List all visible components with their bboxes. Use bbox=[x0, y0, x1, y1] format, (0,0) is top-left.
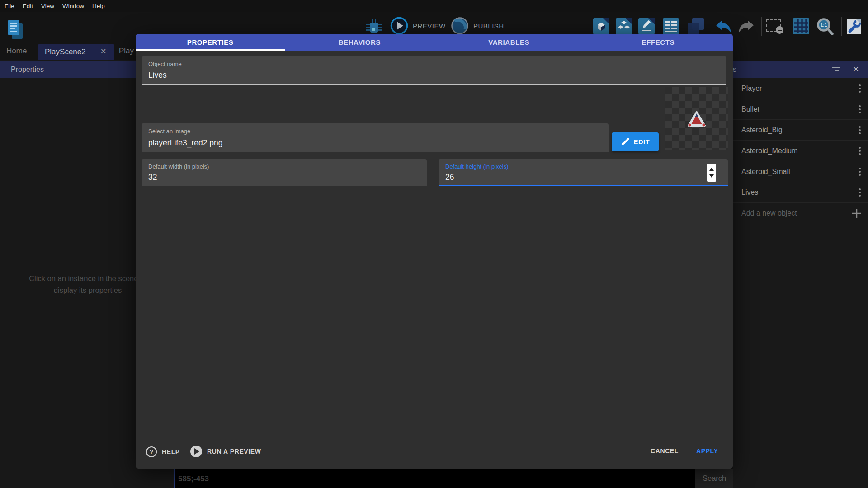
edit-scene-icon[interactable] bbox=[638, 18, 655, 36]
close-panel-icon[interactable]: ✕ bbox=[853, 65, 859, 74]
add-object-label: Add a new object bbox=[741, 209, 797, 217]
image-select-field[interactable]: Select an image playerLife3_red2.png bbox=[142, 123, 609, 152]
scene-canvas-strip: 585;-453 bbox=[175, 469, 695, 488]
ship-sprite bbox=[687, 111, 707, 128]
help-label: HELP bbox=[162, 448, 180, 455]
dialog-tab-effects[interactable]: EFFECTS bbox=[584, 34, 733, 51]
kebab-menu-icon[interactable] bbox=[859, 105, 861, 113]
help-button[interactable]: ? HELP bbox=[146, 446, 180, 458]
object-row-asteroid-big[interactable]: Asteroid_Big bbox=[733, 120, 868, 141]
plus-icon[interactable] bbox=[852, 208, 862, 218]
default-height-field[interactable]: Default height (in pixels) 26 bbox=[439, 159, 728, 186]
run-preview-label: RUN A PREVIEW bbox=[207, 448, 261, 455]
mask-selection-icon[interactable] bbox=[766, 19, 785, 35]
default-height-value: 26 bbox=[445, 173, 454, 182]
dialog-tab-bar: PROPERTIES BEHAVIORS VARIABLES EFFECTS bbox=[136, 34, 733, 51]
kebab-menu-icon[interactable] bbox=[859, 84, 861, 93]
default-width-field[interactable]: Default width (in pixels) 32 bbox=[142, 159, 427, 186]
svg-text:1:1: 1:1 bbox=[821, 23, 827, 28]
object-label: Asteroid_Small bbox=[741, 168, 790, 176]
publish-button[interactable]: PUBLISH bbox=[450, 16, 504, 35]
menu-edit[interactable]: Edit bbox=[23, 3, 33, 9]
tab-close-icon[interactable]: ✕ bbox=[100, 47, 106, 56]
menu-help[interactable]: Help bbox=[92, 3, 105, 9]
image-select-label: Select an image bbox=[148, 128, 190, 135]
edit-image-button[interactable]: EDIT bbox=[612, 132, 659, 151]
objects-panel: s ✕ Player Bullet Asteroid_Big Asteroid_… bbox=[733, 61, 868, 488]
object-row-asteroid-small[interactable]: Asteroid_Small bbox=[733, 161, 868, 182]
tab-playscene2[interactable]: PlayScene2 ✕ bbox=[38, 44, 114, 60]
object-row-asteroid-medium[interactable]: Asteroid_Medium bbox=[733, 141, 868, 161]
cancel-button[interactable]: CANCEL bbox=[651, 447, 679, 455]
object-label: Asteroid_Big bbox=[741, 126, 783, 134]
object-editor-dialog: PROPERTIES BEHAVIORS VARIABLES EFFECTS O… bbox=[136, 34, 733, 469]
sprite-thumbnail bbox=[665, 87, 728, 150]
project-manager-icon[interactable] bbox=[7, 19, 24, 40]
object-name-field[interactable]: Object name Lives bbox=[142, 56, 726, 85]
filter-icon[interactable] bbox=[832, 67, 840, 71]
object-label: Bullet bbox=[741, 105, 760, 113]
number-stepper[interactable] bbox=[707, 164, 716, 182]
default-height-label: Default height (in pixels) bbox=[445, 163, 508, 170]
kebab-menu-icon[interactable] bbox=[859, 188, 861, 197]
edit-button-label: EDIT bbox=[634, 138, 650, 145]
object-name-label: Object name bbox=[148, 61, 182, 67]
help-icon: ? bbox=[146, 446, 157, 458]
redo-icon[interactable] bbox=[736, 19, 755, 36]
dialog-tab-variables[interactable]: VARIABLES bbox=[434, 34, 584, 51]
objects-panel-title-clipped: s bbox=[733, 66, 736, 74]
run-a-preview-button[interactable]: RUN A PREVIEW bbox=[190, 445, 261, 458]
publish-label: PUBLISH bbox=[473, 22, 504, 30]
publish-globe-icon bbox=[450, 16, 469, 35]
apply-label: APPLY bbox=[696, 447, 718, 455]
toolbar-separator bbox=[841, 17, 842, 36]
image-select-value: playerLife3_red2.png bbox=[148, 138, 222, 148]
tab-home[interactable]: Home bbox=[6, 47, 27, 56]
object-label: Lives bbox=[741, 188, 758, 197]
kebab-menu-icon[interactable] bbox=[859, 126, 861, 134]
menu-bar: File Edit View Window Help bbox=[0, 0, 868, 12]
default-width-value: 32 bbox=[148, 173, 157, 182]
dialog-tab-behaviors[interactable]: BEHAVIORS bbox=[285, 34, 434, 51]
object-row-player[interactable]: Player bbox=[733, 78, 868, 99]
menu-window[interactable]: Window bbox=[62, 3, 84, 9]
preview-button[interactable]: PREVIEW bbox=[390, 16, 446, 35]
default-width-label: Default width (in pixels) bbox=[148, 163, 209, 170]
toolbar-separator bbox=[761, 17, 762, 36]
add-object-row[interactable]: Add a new object bbox=[733, 203, 868, 223]
menu-file[interactable]: File bbox=[5, 3, 14, 9]
svg-text:?: ? bbox=[150, 448, 154, 455]
cancel-label: CANCEL bbox=[651, 447, 679, 455]
paintbrush-icon bbox=[621, 137, 630, 146]
preview-label: PREVIEW bbox=[413, 22, 446, 30]
objects-list: Player Bullet Asteroid_Big Asteroid_Medi… bbox=[733, 78, 868, 223]
run-preview-icon bbox=[190, 445, 203, 458]
kebab-menu-icon[interactable] bbox=[859, 147, 861, 155]
properties-panel-title: Properties bbox=[11, 66, 44, 74]
object-row-lives[interactable]: Lives bbox=[733, 182, 868, 203]
tab-play-partial[interactable]: Play bbox=[119, 47, 134, 56]
settings-wrench-icon[interactable] bbox=[846, 18, 862, 37]
toolbar-separator bbox=[710, 17, 710, 36]
tab-playscene2-label: PlayScene2 bbox=[45, 47, 86, 56]
cursor-coordinates: 585;-453 bbox=[178, 474, 209, 483]
gdevelop-editor: File Edit View Window Help PREVIEW PUBLI… bbox=[0, 0, 868, 488]
objects-icon[interactable] bbox=[593, 18, 609, 36]
objects-panel-header: s ✕ bbox=[733, 61, 868, 78]
preview-play-icon bbox=[390, 16, 409, 35]
object-label: Player bbox=[741, 84, 762, 93]
object-label: Asteroid_Medium bbox=[741, 147, 798, 155]
kebab-menu-icon[interactable] bbox=[859, 168, 861, 176]
apply-button[interactable]: APPLY bbox=[696, 447, 718, 455]
menu-view[interactable]: View bbox=[41, 3, 54, 9]
zoom-original-icon[interactable]: 1:1 bbox=[815, 17, 836, 38]
instances-icon[interactable] bbox=[616, 18, 632, 36]
dialog-tab-properties[interactable]: PROPERTIES bbox=[136, 34, 285, 51]
events-list-icon[interactable] bbox=[663, 18, 679, 36]
object-row-bullet[interactable]: Bullet bbox=[733, 99, 868, 120]
object-name-value: Lives bbox=[148, 70, 167, 80]
grid-icon[interactable] bbox=[793, 18, 809, 36]
